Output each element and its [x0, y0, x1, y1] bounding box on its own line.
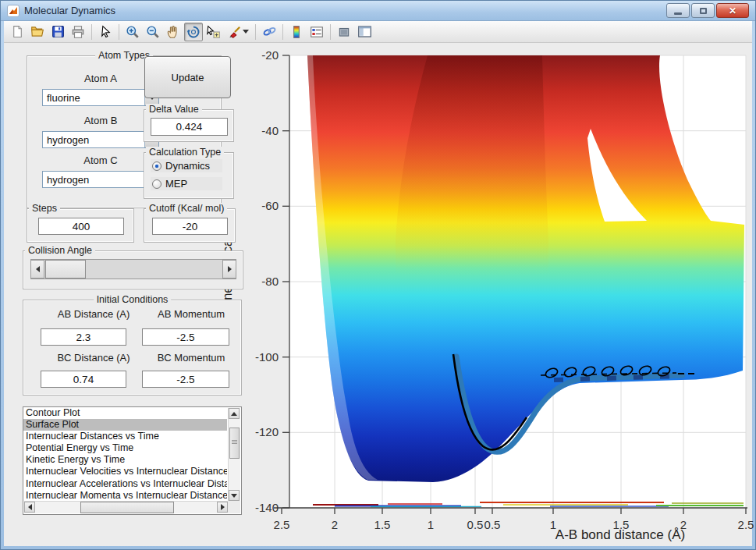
vertical-scroll-thumb[interactable] — [229, 428, 240, 459]
data-cursor-button[interactable] — [204, 23, 223, 41]
slider-thumb[interactable] — [45, 260, 86, 279]
svg-text:2.5: 2.5 — [274, 518, 290, 531]
steps-field[interactable]: 400 — [38, 218, 124, 235]
brush-button[interactable] — [225, 23, 251, 41]
maximize-button[interactable] — [691, 3, 715, 18]
list-item[interactable]: Internuclear Distances vs Time — [23, 431, 227, 442]
maximize-icon — [700, 8, 707, 14]
collision-angle-slider[interactable] — [30, 259, 236, 279]
app-window: Molecular Dynamics ✕ — [0, 0, 756, 550]
ab-distance-field[interactable]: 2.3 — [41, 328, 126, 346]
list-item[interactable]: Contour Plot — [23, 407, 227, 419]
list-item[interactable]: Internuclear Accelerations vs Internucle… — [23, 478, 227, 490]
zoom-out-button[interactable] — [144, 23, 162, 41]
radio-unselected-icon — [152, 179, 161, 189]
svg-text:-20: -20 — [261, 48, 279, 62]
radio-mep[interactable]: MEP — [151, 177, 222, 190]
save-button[interactable] — [48, 23, 67, 41]
svg-text:1: 1 — [428, 518, 434, 531]
pan-button[interactable] — [164, 23, 183, 41]
open-file-button[interactable] — [28, 23, 47, 41]
cutoff-field[interactable]: -20 — [152, 218, 228, 235]
figure-canvas: -20 -40 -60 -80 -100 -120 -140 2.5 2 1.5… — [4, 43, 752, 548]
x-axis-label: A-B bond distance (Å) — [555, 527, 685, 542]
arrow-up-icon — [231, 412, 237, 416]
collision-angle-panel: Collision Angle — [23, 250, 243, 289]
cursor-button[interactable] — [96, 23, 115, 41]
svg-text:-60: -60 — [261, 199, 279, 212]
bc-distance-field[interactable]: 0.74 — [41, 371, 126, 388]
delta-value-title: Delta Value — [146, 104, 202, 115]
collision-angle-title: Collision Angle — [25, 245, 95, 256]
rotate-3d-button[interactable] — [184, 23, 203, 41]
atom-a-dropdown[interactable]: fluorine — [42, 89, 159, 106]
link-plots-button[interactable] — [260, 23, 279, 41]
open-folder-icon — [30, 25, 44, 39]
print-button[interactable] — [69, 23, 87, 41]
toolbar-separator — [255, 24, 256, 40]
plot-type-listbox[interactable]: Contour Plot Surface Plot Internuclear D… — [23, 406, 242, 515]
toolbar-separator — [282, 24, 283, 40]
insert-colorbar-button[interactable] — [287, 23, 306, 41]
radio-selected-icon — [152, 161, 161, 171]
svg-text:-80: -80 — [261, 275, 279, 288]
delta-value-panel: Delta Value 0.424 — [144, 109, 234, 142]
delta-value-field[interactable]: 0.424 — [151, 118, 228, 136]
listbox-vertical-scrollbar[interactable] — [228, 408, 240, 501]
show-plot-tools-button[interactable] — [355, 23, 374, 41]
close-icon: ✕ — [729, 5, 736, 16]
window-title: Molecular Dynamics — [24, 5, 115, 16]
data-cursor-icon — [207, 25, 221, 39]
atom-c-dropdown[interactable]: hydrogen — [42, 171, 159, 188]
listbox-horizontal-scrollbar[interactable] — [24, 501, 228, 513]
update-button[interactable]: Update — [144, 56, 231, 98]
zoom-in-button[interactable] — [123, 23, 142, 41]
radio-dynamics[interactable]: Dynamics — [151, 159, 222, 172]
svg-text:2.5: 2.5 — [738, 518, 754, 531]
y-tick-labels: -20 -40 -60 -80 -100 -120 -140 — [255, 48, 279, 514]
svg-text:0.5: 0.5 — [467, 518, 484, 531]
close-button[interactable]: ✕ — [716, 3, 749, 18]
radio-dynamics-label: Dynamics — [165, 160, 210, 172]
slider-right-arrow[interactable] — [222, 260, 236, 279]
list-item[interactable]: Internuclear Momenta vs Internuclear Dis… — [23, 490, 227, 502]
list-item-selected[interactable]: Surface Plot — [23, 419, 227, 431]
horizontal-scroll-thumb[interactable] — [80, 502, 174, 513]
radio-mep-label: MEP — [165, 178, 187, 190]
list-item[interactable]: Internuclear Velocities vs Internuclear … — [23, 466, 227, 477]
scrollbar-corner — [228, 501, 240, 513]
svg-text:2: 2 — [332, 518, 338, 531]
initial-conditions-panel: Initial Conditions AB Distance (A) AB Mo… — [23, 300, 242, 396]
atom-c-value: hydrogen — [43, 172, 144, 187]
atom-a-value: fluorine — [43, 90, 144, 105]
scroll-right-button[interactable] — [217, 502, 228, 513]
titlebar: Molecular Dynamics ✕ — [1, 1, 755, 21]
list-item[interactable]: Potential Energy vs Time — [23, 442, 227, 454]
ab-momentum-label: AB Momentum — [148, 308, 234, 320]
list-item[interactable]: Kinetic Energy vs Time — [23, 454, 227, 466]
ab-momentum-field[interactable]: -2.5 — [142, 328, 229, 346]
calculation-type-title: Calculation Type — [146, 147, 224, 158]
svg-text:-40: -40 — [261, 124, 279, 137]
rotate-3d-icon — [186, 25, 201, 39]
svg-text:1.5: 1.5 — [374, 518, 391, 531]
arrow-right-icon — [228, 266, 232, 272]
bc-momentum-field[interactable]: -2.5 — [142, 371, 229, 388]
atom-b-dropdown[interactable]: hydrogen — [42, 131, 159, 148]
link-icon — [262, 24, 277, 39]
arrow-left-icon — [28, 504, 32, 510]
brush-dropdown-caret[interactable] — [243, 30, 249, 34]
scroll-up-button[interactable] — [229, 408, 240, 419]
new-file-icon — [11, 25, 24, 38]
hide-plot-tools-button[interactable] — [335, 23, 353, 41]
zoom-out-icon — [146, 25, 160, 39]
arrow-right-icon — [221, 504, 225, 510]
slider-left-arrow[interactable] — [30, 260, 44, 279]
cutoff-panel: Cutoff (Kcal/ mol) -20 — [144, 208, 236, 243]
scroll-left-button[interactable] — [24, 502, 35, 513]
scroll-down-button[interactable] — [229, 490, 240, 501]
toolbar-separator — [330, 24, 331, 40]
new-file-button[interactable] — [8, 23, 27, 41]
insert-legend-button[interactable] — [307, 23, 326, 41]
minimize-button[interactable] — [666, 3, 690, 18]
